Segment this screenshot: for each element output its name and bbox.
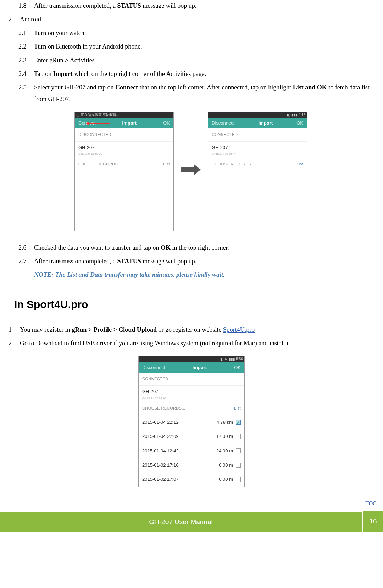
- step-1-8: 1.8 After transmission completed, a STAT…: [7, 0, 376, 11]
- disconnect-button[interactable]: Disconnect: [212, 119, 234, 127]
- list-button[interactable]: List: [234, 405, 241, 412]
- status-bar: ▢ 正在儲存螢幕擷取畫面...: [75, 112, 173, 118]
- step-2-6: 2.6 Checked the data you want to transfe…: [7, 242, 376, 253]
- choose-records-row: CHOOSE RECORDS... List: [75, 158, 173, 171]
- ok-button[interactable]: OK: [234, 363, 241, 372]
- sport4u-link[interactable]: Sport4U.pro: [223, 326, 255, 333]
- status-bar: ◧ ▮▮▮ 4:46: [208, 112, 307, 118]
- section-text: Android: [20, 13, 376, 25]
- choose-records-row: CHOOSE RECORDS... List: [139, 402, 244, 415]
- ok-button[interactable]: OK: [296, 119, 303, 127]
- step-text: After transmission completed, a STATUS m…: [34, 0, 376, 11]
- record-distance: 0.00 m: [211, 461, 236, 469]
- record-checkbox[interactable]: [236, 420, 241, 425]
- heading-sport4u: In Sport4U.pro: [14, 295, 376, 314]
- app-bar: Disconnect Import OK: [139, 362, 244, 373]
- step-2-1: 2.1 Turn on your watch.: [7, 27, 376, 39]
- step-2-3: 2.3 Enter gRun > Activities: [7, 55, 376, 66]
- step-2-4: 2.4 Tap on Import which on the top right…: [7, 68, 376, 79]
- page-number: 16: [363, 511, 383, 532]
- record-checkbox[interactable]: [236, 434, 241, 439]
- phone-right: ◧ ▮▮▮ 4:46 Disconnect Import OK CONNECTE…: [208, 112, 307, 231]
- phone-left: ▢ 正在儲存螢幕擷取畫面... Connect Import OK DISCON…: [74, 112, 174, 231]
- status-bar: ◧ ⚙ ▮▮▮ 5:50: [139, 356, 244, 362]
- page-footer: GH-207 User Manual 16: [0, 511, 383, 532]
- import-title: Import: [122, 119, 137, 127]
- sport4u-step-2: 2 Go to Download to find USB driver if y…: [7, 337, 376, 349]
- disconnect-button[interactable]: Disconnect: [142, 363, 165, 372]
- record-checkbox[interactable]: [236, 448, 241, 453]
- record-row[interactable]: 2015-01-04 12:4224.00 m: [139, 444, 244, 458]
- import-title: Import: [193, 363, 207, 372]
- record-distance: 17.00 m: [211, 432, 236, 440]
- record-datetime: 2015-01-02 17:10: [142, 461, 211, 469]
- app-bar: Connect Import OK: [75, 118, 173, 128]
- import-title: Import: [259, 119, 273, 127]
- record-row[interactable]: 2015-01-02 17:100.00 m: [139, 458, 244, 472]
- toc-link-row: TOC: [0, 498, 383, 509]
- arrow-right-icon: [180, 163, 201, 180]
- choose-records-row: CHOOSE RECORDS... List: [208, 158, 307, 171]
- device-row[interactable]: GH-207 C4:BE:84:26:88:A7: [208, 142, 307, 158]
- record-distance: 0.00 m: [211, 475, 236, 483]
- connection-state: DISCONNECTED: [75, 128, 173, 142]
- sport4u-step-1: 1 You may register in gRun > Profile > C…: [7, 324, 376, 335]
- section-num: 2: [7, 13, 20, 25]
- device-row[interactable]: GH-207 C4:BE:84:26:88:A7: [139, 386, 244, 402]
- connection-state: CONNECTED: [208, 128, 307, 142]
- step-num: 1.8: [18, 0, 34, 11]
- toc-link[interactable]: TOC: [365, 500, 377, 506]
- record-row[interactable]: 2015-01-04 22:0917.00 m: [139, 429, 244, 443]
- list-button[interactable]: List: [163, 161, 170, 168]
- figure-import-screens: ▢ 正在儲存螢幕擷取畫面... Connect Import OK DISCON…: [74, 112, 309, 231]
- record-distance: 4.78 km: [211, 418, 236, 426]
- record-checkbox[interactable]: [236, 477, 241, 482]
- ok-button[interactable]: OK: [163, 119, 170, 127]
- device-row[interactable]: GH-207 C4:BE:84:26:88:A7: [75, 142, 173, 158]
- figure-records-list: ◧ ⚙ ▮▮▮ 5:50 Disconnect Import OK CONNEC…: [138, 356, 245, 487]
- app-bar: Disconnect Import OK: [208, 118, 307, 128]
- record-datetime: 2015-01-04 12:42: [142, 447, 211, 455]
- connection-state: CONNECTED: [139, 373, 244, 386]
- step-2-5: 2.5 Select your GH-207 and tap on Connec…: [7, 82, 376, 105]
- section-android: 2 Android: [7, 13, 376, 25]
- record-row[interactable]: 2015-01-04 22:124.78 km: [139, 415, 244, 429]
- footer-title: GH-207 User Manual: [0, 511, 362, 532]
- record-row[interactable]: 2015-01-02 17:070.00 m: [139, 472, 244, 486]
- record-datetime: 2015-01-04 22:09: [142, 432, 211, 440]
- step-2-2: 2.2 Turn on Bluetooth in your Android ph…: [7, 41, 376, 52]
- red-arrow-icon: [89, 123, 110, 124]
- record-datetime: 2015-01-02 17:07: [142, 475, 211, 483]
- list-button[interactable]: List: [296, 161, 303, 168]
- record-distance: 24.00 m: [211, 447, 236, 455]
- step-2-7: 2.7 After transmission completed, a STAT…: [7, 255, 376, 267]
- record-datetime: 2015-01-04 22:12: [142, 418, 211, 426]
- note-text: NOTE: The List and Data transfer may tak…: [7, 269, 376, 280]
- record-checkbox[interactable]: [236, 463, 241, 468]
